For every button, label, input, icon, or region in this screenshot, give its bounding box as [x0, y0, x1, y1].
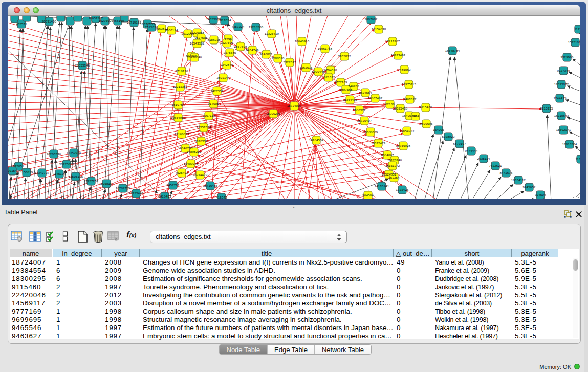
svg-text:16120746: 16120746	[387, 158, 402, 162]
svg-text:12213383: 12213383	[173, 85, 188, 89]
svg-text:8660124: 8660124	[165, 28, 178, 32]
svg-text:1362615: 1362615	[299, 65, 313, 69]
svg-text:21364436: 21364436	[343, 98, 358, 101]
svg-text:15751074: 15751074	[568, 40, 580, 44]
svg-text:14136141: 14136141	[375, 184, 389, 188]
svg-text:19384554: 19384554	[309, 138, 324, 142]
svg-text:8186328: 8186328	[207, 38, 221, 41]
svg-text:9463627: 9463627	[403, 97, 417, 101]
svg-text:9329966: 9329966	[560, 55, 574, 59]
svg-text:16782759: 16782759	[116, 186, 130, 190]
svg-text:8813054: 8813054	[218, 18, 231, 22]
svg-text:12975115: 12975115	[402, 82, 417, 86]
svg-text:10025438: 10025438	[393, 106, 408, 110]
svg-text:9474444: 9474444	[465, 149, 478, 152]
svg-text:1145194: 1145194	[53, 172, 66, 176]
svg-text:7357224: 7357224	[231, 25, 245, 28]
svg-text:17957253: 17957253	[84, 179, 99, 183]
svg-text:3624554: 3624554	[359, 91, 372, 94]
svg-text:6879197: 6879197	[453, 142, 466, 145]
svg-text:21053346: 21053346	[75, 63, 90, 67]
svg-text:3427552: 3427552	[210, 89, 224, 93]
svg-text:1588520: 1588520	[271, 56, 285, 60]
svg-text:10654112: 10654112	[511, 178, 526, 182]
svg-text:917005: 917005	[208, 102, 219, 105]
svg-text:17353924: 17353924	[67, 151, 81, 155]
svg-text:16210643: 16210643	[554, 114, 569, 117]
svg-text:16543382: 16543382	[190, 41, 205, 45]
svg-text:20206536: 20206536	[47, 152, 61, 156]
svg-text:405571: 405571	[16, 22, 27, 26]
svg-text:1621072: 1621072	[322, 75, 335, 79]
svg-text:17016504: 17016504	[562, 142, 577, 146]
svg-text:8990448: 8990448	[312, 70, 325, 73]
svg-text:9699695: 9699695	[420, 122, 433, 125]
svg-text:9242845: 9242845	[220, 63, 233, 67]
svg-text:924504: 924504	[535, 193, 546, 196]
svg-text:2935114: 2935114	[477, 157, 490, 160]
svg-text:12342737: 12342737	[35, 171, 50, 174]
svg-text:19654923: 19654923	[400, 129, 415, 133]
svg-text:12923446: 12923446	[129, 191, 144, 195]
svg-text:20691406: 20691406	[42, 19, 57, 23]
svg-text:9146821: 9146821	[259, 52, 273, 56]
svg-text:8454749: 8454749	[246, 48, 259, 52]
svg-text:15720407: 15720407	[357, 119, 372, 122]
svg-text:6897568: 6897568	[339, 87, 353, 91]
svg-text:9227349: 9227349	[557, 69, 570, 72]
svg-text:19166827: 19166827	[175, 132, 189, 136]
svg-text:15692971: 15692971	[556, 128, 571, 132]
svg-text:7485063: 7485063	[398, 68, 411, 71]
svg-text:5322037: 5322037	[283, 60, 296, 64]
svg-text:8471676: 8471676	[499, 171, 513, 174]
svg-text:9245652: 9245652	[522, 185, 536, 189]
svg-text:6466160: 6466160	[111, 19, 124, 23]
svg-text:9084067: 9084067	[381, 153, 394, 157]
svg-text:9777169: 9777169	[334, 80, 347, 84]
svg-text:10688609: 10688609	[363, 130, 378, 134]
svg-text:18072479: 18072479	[371, 141, 386, 145]
svg-text:5466: 5466	[225, 37, 232, 40]
svg-text:62160: 62160	[385, 102, 395, 106]
svg-text:16151372: 16151372	[385, 164, 400, 167]
svg-text:3375685: 3375685	[223, 51, 236, 54]
svg-text:10973493: 10973493	[391, 53, 406, 57]
svg-text:12353594: 12353594	[197, 125, 211, 129]
svg-text:8215955: 8215955	[540, 106, 553, 110]
svg-text:23420046: 23420046	[187, 55, 202, 59]
svg-text:3267110: 3267110	[203, 114, 215, 117]
svg-text:9457791: 9457791	[166, 183, 180, 187]
svg-text:11325419: 11325419	[265, 32, 279, 35]
svg-text:2867608: 2867608	[234, 45, 247, 48]
svg-text:30975887: 30975887	[59, 162, 74, 166]
svg-text:7625402: 7625402	[175, 171, 188, 174]
svg-text:1156819: 1156819	[20, 170, 33, 174]
svg-text:12093872: 12093872	[554, 82, 569, 86]
svg-text:415342: 415342	[216, 195, 227, 199]
svg-text:7955812: 7955812	[338, 54, 351, 58]
svg-text:1810754: 1810754	[171, 103, 185, 106]
svg-text:10719155: 10719155	[127, 20, 142, 24]
svg-text:10958107: 10958107	[99, 182, 114, 185]
svg-text:5938923: 5938923	[442, 135, 455, 138]
svg-text:1244415: 1244415	[553, 96, 567, 100]
svg-text:7632621: 7632621	[489, 164, 502, 167]
svg-text:9416405: 9416405	[158, 194, 171, 198]
svg-text:2718176: 2718176	[175, 69, 188, 73]
svg-text:39154: 39154	[8, 169, 17, 172]
svg-text:14898222: 14898222	[187, 150, 202, 154]
svg-text:16046798: 16046798	[178, 146, 193, 150]
svg-text:18300295: 18300295	[266, 112, 281, 115]
svg-text:8678332: 8678332	[194, 139, 208, 143]
svg-text:16961758: 16961758	[318, 47, 333, 50]
svg-text:19654983: 19654983	[171, 116, 186, 119]
svg-text:6794028: 6794028	[324, 68, 337, 72]
svg-text:164095: 164095	[433, 128, 444, 132]
svg-text:10807487: 10807487	[368, 96, 383, 100]
svg-text:12505135: 12505135	[69, 174, 83, 178]
svg-text:13226058: 13226058	[190, 31, 205, 34]
svg-text:335051: 335051	[13, 164, 24, 168]
svg-text:9527505: 9527505	[194, 36, 208, 39]
svg-text:2803144: 2803144	[216, 76, 230, 79]
svg-text:2887682: 2887682	[364, 17, 378, 21]
